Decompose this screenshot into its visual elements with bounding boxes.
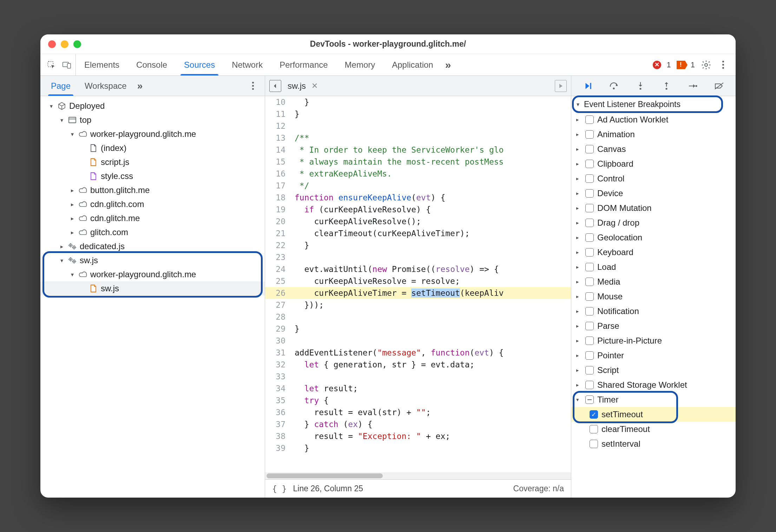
code-content[interactable]: curKeepAliveResolve = resolve;: [290, 275, 571, 287]
disclosure-triangle-icon[interactable]: ▸: [576, 205, 582, 211]
line-number[interactable]: 25: [265, 275, 290, 287]
zoom-window-button[interactable]: [73, 40, 81, 48]
code-line-23[interactable]: 23: [265, 251, 571, 263]
code-line-39[interactable]: 39 }: [265, 442, 571, 454]
settings-gear-icon[interactable]: [701, 59, 712, 71]
minimize-window-button[interactable]: [61, 40, 68, 48]
code-line-24[interactable]: 24 evt.waitUntil(new Promise((resolve) =…: [265, 263, 571, 275]
checkbox[interactable]: [585, 130, 594, 139]
error-icon[interactable]: ✕: [653, 61, 661, 69]
breakpoint-category-animation[interactable]: ▸Animation: [571, 127, 736, 142]
step-icon[interactable]: [686, 79, 700, 93]
checkbox[interactable]: [585, 351, 594, 360]
checkbox[interactable]: [585, 145, 594, 153]
code-content[interactable]: result = "Exception: " + ex;: [290, 430, 571, 442]
code-content[interactable]: function ensureKeepAlive(evt) {: [290, 192, 571, 204]
disclosure-triangle-icon[interactable]: ▸: [576, 308, 582, 314]
line-number[interactable]: 32: [265, 359, 290, 371]
resume-icon[interactable]: [581, 79, 595, 93]
disclosure-triangle-icon[interactable]: ▸: [576, 367, 582, 373]
code-content[interactable]: }: [290, 96, 571, 108]
line-number[interactable]: 15: [265, 156, 290, 168]
code-content[interactable]: /**: [290, 132, 571, 144]
code-line-16[interactable]: 16 * extraKeepAliveMs.: [265, 168, 571, 180]
deactivate-breakpoints-icon[interactable]: [712, 79, 726, 93]
code-line-14[interactable]: 14 * In order to keep the ServiceWorker'…: [265, 144, 571, 156]
breakpoint-category-pointer[interactable]: ▸Pointer: [571, 348, 736, 363]
line-number[interactable]: 14: [265, 144, 290, 156]
main-tab-console[interactable]: Console: [128, 54, 176, 75]
toggle-navigator-icon[interactable]: [269, 80, 281, 92]
checkbox[interactable]: [585, 160, 594, 168]
breakpoint-category-control[interactable]: ▸Control: [571, 171, 736, 186]
code-content[interactable]: }: [290, 239, 571, 251]
code-content[interactable]: if (curKeepAliveResolve) {: [290, 204, 571, 215]
disclosure-triangle-icon[interactable]: [69, 229, 75, 236]
breakpoint-item-settimeout[interactable]: ✓setTimeout: [571, 407, 736, 422]
line-number[interactable]: 13: [265, 132, 290, 144]
inspect-element-icon[interactable]: [47, 60, 56, 69]
main-tab-memory[interactable]: Memory: [336, 54, 384, 75]
line-number[interactable]: 39: [265, 442, 290, 454]
breakpoint-category-script[interactable]: ▸Script: [571, 363, 736, 378]
tree-item-dedicated-js[interactable]: dedicated.js: [40, 239, 265, 253]
tree-item-sw-js[interactable]: sw.js: [40, 281, 265, 295]
checkbox[interactable]: [585, 322, 594, 330]
code-line-35[interactable]: 35 try {: [265, 394, 571, 406]
line-number[interactable]: 24: [265, 263, 290, 275]
kebab-menu-icon[interactable]: [717, 59, 729, 71]
close-tab-icon[interactable]: ✕: [309, 81, 320, 91]
code-line-25[interactable]: 25 curKeepAliveResolve = resolve;: [265, 275, 571, 287]
code-content[interactable]: try {: [290, 394, 571, 406]
breakpoint-category-dom-mutation[interactable]: ▸DOM Mutation: [571, 201, 736, 215]
tree-item-worker-playground-glitch-me[interactable]: worker-playground.glitch.me: [40, 267, 265, 281]
main-tab-application[interactable]: Application: [383, 54, 441, 75]
disclosure-triangle-icon[interactable]: ▸: [576, 293, 582, 300]
disclosure-triangle-icon[interactable]: [48, 103, 54, 109]
navigator-more-icon[interactable]: »: [134, 76, 146, 96]
editor-horizontal-scrollbar[interactable]: [265, 472, 571, 479]
code-line-29[interactable]: 29}: [265, 323, 571, 335]
run-snippet-icon[interactable]: [555, 80, 567, 92]
tree-item-sw-js[interactable]: sw.js: [40, 253, 265, 267]
breakpoint-category-notification[interactable]: ▸Notification: [571, 304, 736, 319]
disclosure-triangle-icon[interactable]: ▸: [576, 220, 582, 226]
device-toolbar-icon[interactable]: [62, 60, 71, 69]
disclosure-triangle-icon[interactable]: ▸: [576, 382, 582, 388]
code-line-11[interactable]: 11}: [265, 108, 571, 120]
code-content[interactable]: [290, 120, 571, 132]
line-number[interactable]: 18: [265, 192, 290, 204]
code-content[interactable]: }: [290, 442, 571, 454]
checkbox[interactable]: [585, 174, 594, 183]
step-out-icon[interactable]: [659, 79, 673, 93]
disclosure-triangle-icon[interactable]: ▸: [576, 131, 582, 138]
checkbox[interactable]: [585, 292, 594, 301]
line-number[interactable]: 26: [265, 287, 290, 299]
disclosure-triangle-icon[interactable]: [69, 131, 75, 138]
file-tree[interactable]: Deployedtopworker-playground.glitch.me(i…: [40, 96, 265, 498]
step-into-icon[interactable]: [633, 79, 647, 93]
code-line-28[interactable]: 28: [265, 311, 571, 323]
disclosure-triangle-icon[interactable]: [59, 257, 65, 264]
code-content[interactable]: addEventListener("message", function(evt…: [290, 347, 571, 359]
disclosure-triangle-icon[interactable]: ▸: [576, 338, 582, 344]
disclosure-triangle-icon[interactable]: ▸: [576, 323, 582, 329]
checkbox[interactable]: [585, 395, 594, 404]
disclosure-triangle-icon[interactable]: [59, 243, 65, 250]
disclosure-triangle-icon[interactable]: ▸: [576, 264, 582, 270]
disclosure-triangle-icon[interactable]: ▸: [576, 117, 582, 123]
line-number[interactable]: 22: [265, 239, 290, 251]
checkbox[interactable]: [585, 233, 594, 242]
line-number[interactable]: 37: [265, 418, 290, 430]
code-content[interactable]: [290, 335, 571, 347]
code-content[interactable]: */: [290, 180, 571, 192]
code-editor[interactable]: 10 }11}1213/**14 * In order to keep the …: [265, 96, 571, 472]
breakpoint-category-keyboard[interactable]: ▸Keyboard: [571, 245, 736, 260]
code-line-37[interactable]: 37 } catch (ex) {: [265, 418, 571, 430]
checkbox[interactable]: [585, 189, 594, 198]
code-line-33[interactable]: 33: [265, 371, 571, 383]
disclosure-triangle-icon[interactable]: [69, 201, 75, 208]
breakpoint-category-picture-in-picture[interactable]: ▸Picture-in-Picture: [571, 333, 736, 348]
tree-item-button-glitch-me[interactable]: button.glitch.me: [40, 183, 265, 197]
tree-item-cdn-glitch-me[interactable]: cdn.glitch.me: [40, 211, 265, 225]
